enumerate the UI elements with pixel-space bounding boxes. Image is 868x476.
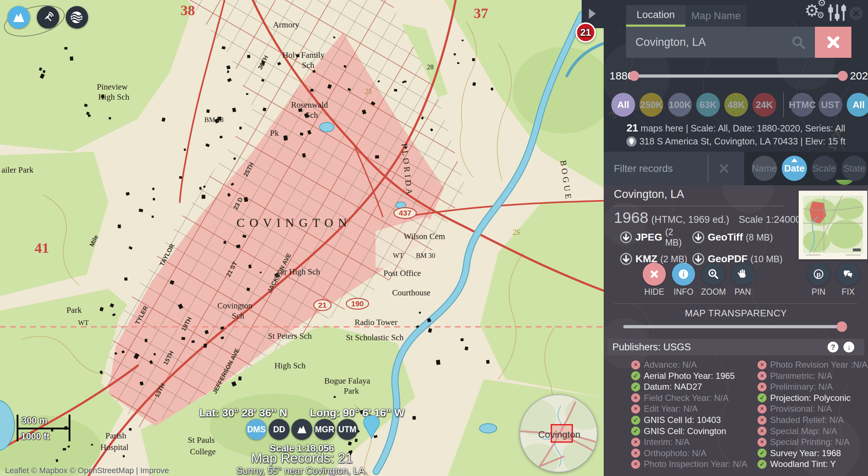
- publishers-help-icon[interactable]: ?: [828, 342, 838, 352]
- coord-button-elevation[interactable]: [291, 419, 312, 440]
- scalebar-metric-label: 300 m: [22, 415, 47, 426]
- series-filter-htmc[interactable]: HTMC: [790, 93, 814, 117]
- search-icon[interactable]: [791, 35, 807, 52]
- year-slider-handle-min[interactable]: [629, 71, 639, 81]
- map-label: High Sch: [98, 92, 130, 101]
- scale-filter-all[interactable]: All: [611, 93, 635, 117]
- publisher-attr-right-5: ×Shaded Relief: N/A: [758, 415, 844, 425]
- download-size: (2 MB): [665, 227, 692, 248]
- publisher-attr-label: Field Check Year: N/A: [644, 393, 729, 403]
- x-icon: ×: [631, 460, 640, 469]
- publisher-attr-label: Special Printing: N/A: [770, 437, 850, 447]
- location-pin-marker[interactable]: [362, 415, 381, 441]
- publisher-attr-left-8: ×Orthophoto: N/A: [631, 448, 706, 458]
- check-icon: ✓: [631, 416, 640, 425]
- transparency-slider-handle[interactable]: [837, 321, 847, 332]
- publisher-attr-right-6: ×Special Map: N/A: [758, 426, 837, 436]
- layer-button-terrain-waves[interactable]: [66, 6, 88, 29]
- topo-map-image: 383741ArmoryHoly FamilySchPineviewHigh S…: [0, 0, 604, 476]
- scale-filter-48k[interactable]: 48K: [724, 93, 748, 117]
- satellite-icon: [42, 11, 55, 23]
- series-filter-all[interactable]: All: [847, 93, 868, 117]
- scale-filter-100k[interactable]: 100K: [668, 93, 692, 117]
- x-icon: ×: [631, 360, 640, 369]
- publisher-attr-label: Photo Revision Year :N/A: [770, 360, 868, 370]
- publisher-attr-label: Aerial Photo Year: 1965: [644, 371, 735, 381]
- pin-p-icon: p: [812, 268, 825, 281]
- map-canvas[interactable]: 383741ArmoryHoly FamilySchPineviewHigh S…: [0, 0, 604, 476]
- year-slider-handle-max[interactable]: [838, 71, 848, 81]
- sort-button-scale[interactable]: Scale: [812, 156, 837, 181]
- action-fix-button[interactable]: [837, 263, 860, 286]
- download-geotiff[interactable]: GeoTiff(8 MB): [692, 227, 793, 248]
- map-label: Armory: [273, 20, 299, 29]
- map-label: Post Office: [383, 269, 421, 278]
- scale-filter-250k[interactable]: 250K: [639, 93, 663, 117]
- coord-button-dms[interactable]: DMS: [246, 419, 267, 440]
- overview-minimap[interactable]: Covington: [520, 394, 598, 472]
- publisher-attr-left-3: ×Field Check Year: N/A: [631, 393, 729, 403]
- record-title: Covington, LA: [614, 188, 684, 201]
- download-format: GeoPDF: [708, 253, 747, 265]
- coord-button-utm[interactable]: UTM: [337, 419, 358, 440]
- filter-clear-icon[interactable]: ✕: [716, 160, 732, 177]
- action-zoom-button[interactable]: [702, 263, 725, 286]
- publisher-attr-right-4: ×Provisional: N/A: [758, 404, 832, 414]
- layer-button-satellite[interactable]: [37, 6, 59, 29]
- search-clear-button[interactable]: [815, 27, 851, 58]
- action-pan-button[interactable]: [731, 263, 754, 286]
- record-thumbnail[interactable]: [799, 191, 867, 259]
- terrain-waves-icon: [70, 11, 83, 23]
- map-label: Wilson Cem: [404, 232, 445, 241]
- collapse-arrow-icon[interactable]: [589, 9, 596, 19]
- map-label: WT: [393, 252, 404, 259]
- transparency-slider-track[interactable]: [623, 325, 846, 328]
- tab-map-name[interactable]: Map Name: [685, 5, 747, 27]
- map-label: Sch: [305, 111, 318, 120]
- x-icon: ×: [758, 416, 767, 425]
- check-icon: ✓: [631, 382, 640, 391]
- download-geopdf[interactable]: GeoPDF(10 MB): [692, 252, 793, 265]
- map-records-readout: Map Records: 21: [251, 451, 353, 466]
- info-icon: i: [677, 268, 690, 281]
- download-kmz[interactable]: KMZ(2 MB): [620, 252, 692, 265]
- download-jpeg[interactable]: JPEG(2 MB): [620, 227, 692, 248]
- publisher-attr-left-1: ✓Aerial Photo Year: 1965: [631, 371, 735, 381]
- action-hide-button[interactable]: [643, 263, 666, 286]
- layer-button-mountain[interactable]: [8, 6, 30, 29]
- search-input[interactable]: Covington, LA: [626, 27, 815, 58]
- tab-location[interactable]: Location: [626, 5, 685, 27]
- map-label: COVINGTON: [236, 216, 351, 229]
- sort-button-name[interactable]: Name: [752, 156, 777, 181]
- series-filter-ust[interactable]: UST: [819, 93, 842, 117]
- map-label: WT: [78, 319, 89, 326]
- map-label: 25: [365, 87, 372, 95]
- adjustments-sliders-icon[interactable]: [829, 4, 846, 22]
- close-panel-icon[interactable]: ✕: [850, 7, 863, 20]
- sort-button-state[interactable]: State: [842, 156, 867, 181]
- map-attribution[interactable]: Leaflet © Mapbox © OpenStreetMap | Impro…: [5, 466, 169, 475]
- scalebar-end-right: [69, 415, 70, 441]
- action-fix-label: FIX: [832, 287, 864, 297]
- map-label: 437: [399, 209, 411, 217]
- publisher-attr-label: Planimetric: N/A: [770, 371, 832, 381]
- scale-filter-24k[interactable]: 24K: [752, 93, 776, 117]
- action-info-button[interactable]: i: [672, 263, 695, 286]
- scale-filter-63k[interactable]: 63K: [696, 93, 720, 117]
- publishers-collapse-icon[interactable]: ↓: [843, 342, 854, 352]
- settings-gears-icon[interactable]: ⚙ ⚙ ⚙: [804, 0, 830, 25]
- map-label: Courthouse: [392, 288, 430, 297]
- minimap-town-label: Covington: [538, 429, 580, 440]
- publisher-attr-right-0: ×Photo Revision Year :N/A: [758, 360, 868, 370]
- filter-records-input[interactable]: Filter records ✕: [604, 152, 744, 185]
- action-pin-button[interactable]: p: [807, 263, 830, 286]
- coord-button-mgr[interactable]: MGR: [314, 419, 335, 440]
- hand-icon: [736, 268, 749, 281]
- map-label: Jr High Sch: [281, 267, 320, 276]
- coord-button-dd[interactable]: DD: [269, 419, 290, 440]
- publisher-attr-label: Edit Year: N/A: [644, 404, 698, 414]
- year-slider-track[interactable]: [633, 74, 843, 78]
- sort-button-date[interactable]: Date: [782, 156, 807, 181]
- x-icon: ×: [758, 404, 767, 414]
- map-label: Radio Tower: [355, 318, 398, 327]
